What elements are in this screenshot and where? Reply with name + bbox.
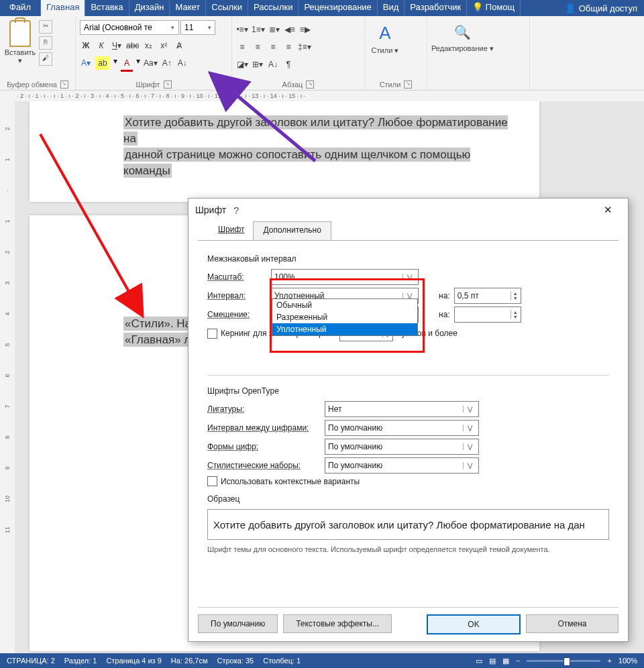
zoom-level[interactable]: 100% — [619, 657, 637, 665]
show-marks-button[interactable]: ¶ — [282, 58, 294, 71]
tell-me[interactable]: 💡 Помощ — [467, 0, 521, 16]
text-effects-button[interactable]: Текстовые эффекты... — [283, 614, 392, 633]
scale-combo[interactable]: 100%⋁ — [271, 269, 419, 285]
ribbon: Вставить ▾ ✂ ⎘ 🖌 Буфер обмена ▾ ▾ Ж К Ч▾… — [0, 16, 644, 91]
tab-insert[interactable]: Вставка — [85, 0, 129, 16]
align-left-button[interactable]: ≡ — [236, 40, 248, 54]
tab-review[interactable]: Рецензирование — [299, 0, 377, 16]
tab-layout[interactable]: Макет — [170, 0, 206, 16]
zoom-out-icon[interactable]: − — [516, 657, 520, 665]
tab-font-dlg[interactable]: Шрифт — [209, 221, 254, 240]
contextual-checkbox[interactable] — [207, 476, 217, 486]
clipboard-icon — [9, 20, 31, 47]
section-opentype: Шрифты OpenType — [207, 386, 609, 396]
selected-text[interactable]: данной странице можно сопоставить одним … — [123, 148, 470, 178]
clipboard-launcher[interactable] — [60, 80, 68, 89]
underline-button[interactable]: Ч▾ — [111, 39, 123, 52]
superscript-button[interactable]: x² — [158, 39, 170, 52]
zoom-slider[interactable] — [527, 660, 600, 662]
sort-button[interactable]: A↓ — [267, 58, 279, 71]
number-forms-label: Формы цифр: — [207, 442, 325, 451]
format-painter-icon[interactable]: 🖌 — [39, 52, 52, 66]
number-spacing-combo[interactable]: По умолчанию⋁ — [325, 420, 479, 436]
decrease-indent-button[interactable]: ◀≡ — [284, 23, 296, 36]
status-pages[interactable]: Страница 4 из 9 — [106, 657, 161, 665]
styles-group-label: Стили — [380, 80, 401, 89]
paragraph-group-label: Абзац — [282, 80, 303, 89]
bullets-button[interactable]: •≡▾ — [236, 23, 248, 36]
paragraph-launcher[interactable] — [306, 80, 314, 89]
styles-button[interactable]: A Стили ▾ — [369, 20, 401, 55]
selected-text[interactable]: «Стили». На — [123, 317, 193, 331]
line-spacing-button[interactable]: ‡≡▾ — [298, 40, 311, 54]
number-spacing-label: Интервал между цифрами: — [207, 423, 325, 433]
ok-button[interactable]: OK — [427, 614, 521, 634]
font-launcher[interactable] — [164, 80, 172, 89]
change-case-button[interactable]: Aa▾ — [144, 56, 158, 70]
selected-text[interactable]: «Главная» л — [123, 333, 192, 347]
subscript-button[interactable]: x₂ — [142, 39, 154, 52]
number-forms-combo[interactable]: По умолчанию⋁ — [325, 439, 479, 455]
close-icon[interactable]: ✕ — [594, 204, 621, 216]
bold-button[interactable]: Ж — [80, 39, 92, 52]
shrink-font-button[interactable]: A↓ — [176, 56, 189, 70]
document-page[interactable]: Хотите добавить другой заголовок или цит… — [30, 101, 539, 202]
spacing-option-normal[interactable]: Обычный — [272, 299, 417, 311]
tab-mailings[interactable]: Рассылки — [248, 0, 299, 16]
status-section[interactable]: Раздел: 1 — [64, 657, 97, 665]
multilevel-button[interactable]: ≣▾ — [268, 23, 280, 36]
zoom-in-icon[interactable]: + — [607, 657, 611, 665]
set-default-button[interactable]: По умолчанию — [198, 614, 278, 633]
editing-button[interactable]: 🔍 Редактирование ▾ — [431, 20, 494, 53]
status-page[interactable]: СТРАНИЦА: 2 — [7, 657, 55, 665]
highlight-button[interactable]: ab — [95, 56, 110, 70]
cancel-button[interactable]: Отмена — [526, 614, 619, 633]
borders-button[interactable]: ⊞▾ — [252, 58, 264, 71]
tab-references[interactable]: Ссылки — [206, 0, 248, 16]
position-by-spin[interactable]: ▲▼ — [454, 307, 521, 323]
tab-developer[interactable]: Разработчик — [405, 0, 467, 16]
view-read-icon[interactable]: ▭ — [476, 657, 482, 665]
increase-indent-button[interactable]: ≡▶ — [299, 23, 311, 36]
spacing-by-spin[interactable]: 0,5 пт▲▼ — [454, 288, 521, 304]
align-center-button[interactable]: ≡ — [252, 40, 264, 54]
status-bar: СТРАНИЦА: 2 Раздел: 1 Страница 4 из 9 На… — [0, 653, 644, 668]
tab-view[interactable]: Вид — [378, 0, 405, 16]
status-line[interactable]: Строка: 35 — [217, 657, 254, 665]
align-right-button[interactable]: ≡ — [267, 40, 279, 54]
tab-home[interactable]: Главная — [41, 0, 85, 16]
spacing-dropdown-list[interactable]: Обычный Разреженный Уплотненный — [272, 298, 418, 336]
selected-text[interactable]: Хотите добавить другой заголовок или цит… — [123, 115, 508, 146]
text-effects-button[interactable]: A▾ — [80, 56, 92, 70]
strike-button[interactable]: abc — [126, 39, 139, 52]
font-size-combo[interactable]: ▾ — [180, 20, 215, 35]
spacing-option-condensed[interactable]: Уплотненный — [272, 323, 417, 335]
tab-file[interactable]: Файл — [0, 0, 41, 16]
grow-font-button[interactable]: A↑ — [161, 56, 173, 70]
view-web-icon[interactable]: ▦ — [502, 657, 509, 665]
italic-button[interactable]: К — [95, 39, 107, 52]
spacing-option-expanded[interactable]: Разреженный — [272, 311, 417, 323]
numbering-button[interactable]: 1≡▾ — [252, 23, 265, 36]
paste-button[interactable]: Вставить ▾ — [4, 20, 36, 65]
shading-button[interactable]: ◪▾ — [236, 58, 248, 71]
clear-format-button[interactable]: A̷ — [173, 39, 185, 52]
tab-design[interactable]: Дизайн — [129, 0, 170, 16]
stylistic-sets-combo[interactable]: По умолчанию⋁ — [325, 457, 479, 474]
vertical-ruler[interactable]: 21·1234567891011 — [0, 101, 15, 653]
styles-launcher[interactable] — [404, 80, 412, 89]
status-position[interactable]: На: 26,7см — [171, 657, 208, 665]
kerning-checkbox[interactable] — [207, 329, 217, 339]
help-icon[interactable]: ? — [226, 205, 246, 216]
font-name-combo[interactable]: ▾ — [80, 20, 179, 35]
copy-icon[interactable]: ⎘ — [39, 36, 52, 50]
font-color-button[interactable]: A — [121, 56, 133, 72]
position-by-label: на: — [439, 310, 450, 319]
tab-advanced-dlg[interactable]: Дополнительно — [253, 221, 331, 240]
view-print-icon[interactable]: ▤ — [489, 657, 496, 665]
status-column[interactable]: Столбец: 1 — [263, 657, 301, 665]
cut-icon[interactable]: ✂ — [39, 20, 52, 34]
share-button[interactable]: 👤 Общий доступ — [558, 0, 644, 16]
justify-button[interactable]: ≡ — [282, 40, 294, 54]
ligatures-combo[interactable]: Нет⋁ — [325, 401, 479, 417]
